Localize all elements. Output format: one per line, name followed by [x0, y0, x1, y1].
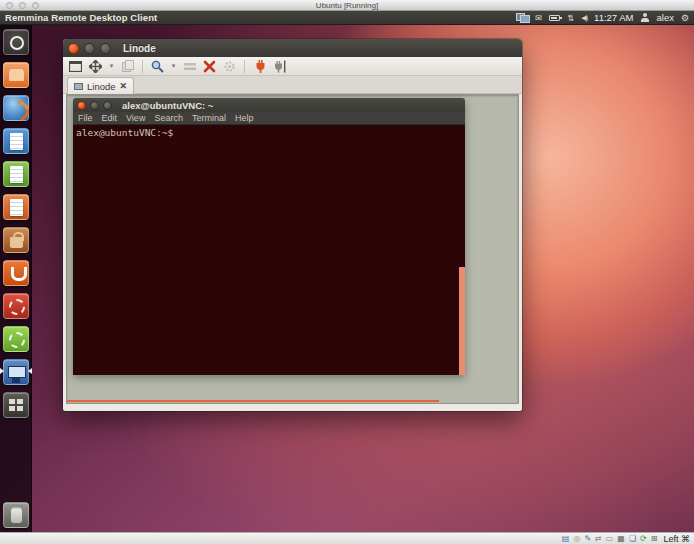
package-manager-icon[interactable]: [3, 326, 29, 352]
remmina-close-button[interactable]: [68, 43, 79, 54]
firefox-icon[interactable]: [3, 95, 29, 121]
terminal-maximize-button[interactable]: [103, 101, 112, 110]
hdd-icon[interactable]: ▤: [562, 534, 570, 544]
connection-screen-icon: [74, 83, 83, 90]
fullscreen-icon[interactable]: [68, 59, 83, 73]
ubuntu-dash-icon[interactable]: [3, 29, 29, 55]
tab-linode[interactable]: Linode ✕: [67, 77, 134, 94]
shell-prompt: alex@ubuntuVNC:~$: [76, 127, 173, 138]
terminal-titlebar[interactable]: alex@ubuntuVNC: ~: [73, 98, 465, 112]
tab-label: Linode: [87, 81, 116, 92]
menu-file[interactable]: File: [78, 113, 93, 123]
focused-app-title: Remmina Remote Desktop Client: [0, 12, 157, 23]
cd-icon[interactable]: ◎: [573, 534, 580, 544]
session-gear-icon[interactable]: ⚙: [681, 13, 689, 23]
virtualbox-vm-screen: Ubuntu [Running] Remmina Remote Desktop …: [0, 0, 694, 544]
disconnect-plug-icon[interactable]: [252, 59, 267, 73]
redraw-artifact: [459, 267, 465, 375]
menu-help[interactable]: Help: [235, 113, 254, 123]
remmina-titlebar[interactable]: Linode: [63, 39, 522, 57]
remote-desktop-viewport[interactable]: alex@ubuntuVNC: ~ File Edit View Search …: [66, 94, 519, 404]
user-icon[interactable]: [640, 13, 649, 22]
system-settings-icon[interactable]: [3, 293, 29, 319]
menu-edit[interactable]: Edit: [102, 113, 118, 123]
terminal-content[interactable]: alex@ubuntuVNC:~$: [73, 125, 465, 375]
trash-icon[interactable]: [3, 502, 29, 528]
toolbar-separator: [142, 60, 143, 73]
sync-arrows-icon[interactable]: ⇅: [567, 13, 574, 23]
terminal-menubar: File Edit View Search Terminal Help: [73, 112, 465, 125]
software-center-icon[interactable]: [3, 227, 29, 253]
menu-terminal[interactable]: Terminal: [192, 113, 226, 123]
terminal-minimize-button[interactable]: [90, 101, 99, 110]
exit-plug-icon[interactable]: [272, 59, 287, 73]
tools-icon[interactable]: [222, 59, 237, 73]
unity-launcher: [0, 25, 32, 532]
zoom-icon[interactable]: [150, 59, 165, 73]
display-icon[interactable]: ▦: [617, 534, 625, 544]
workspace-switcher-icon[interactable]: [3, 392, 29, 418]
libreoffice-impress-icon[interactable]: [3, 194, 29, 220]
preferences-icon[interactable]: [202, 59, 217, 73]
toolbar-separator: [244, 60, 245, 73]
terminal-window-title: alex@ubuntuVNC: ~: [122, 100, 213, 111]
align-icon[interactable]: [182, 59, 197, 73]
libreoffice-calc-icon[interactable]: [3, 161, 29, 187]
remmina-window: Linode ▾ ▾: [63, 39, 522, 411]
username-label[interactable]: alex: [656, 12, 673, 23]
mail-icon[interactable]: ✉: [535, 13, 542, 23]
tab-close-icon[interactable]: ✕: [120, 81, 128, 91]
ubuntu-one-icon[interactable]: [3, 260, 29, 286]
battery-icon[interactable]: [549, 15, 560, 21]
terminal-close-button[interactable]: [77, 101, 86, 110]
home-folder-icon[interactable]: [3, 62, 29, 88]
libreoffice-writer-icon[interactable]: [3, 128, 29, 154]
remmina-tab-bar: Linode ✕: [63, 76, 522, 94]
remmina-toolbar: ▾ ▾: [63, 57, 522, 76]
scale-icon[interactable]: [88, 59, 103, 73]
zoom-menu-caret[interactable]: ▾: [170, 59, 177, 73]
ubuntu-top-panel: Remmina Remote Desktop Client ✉ ⇅ ◀) 11:…: [0, 11, 694, 25]
clock[interactable]: 11:27 AM: [594, 12, 633, 23]
shared-folder-icon[interactable]: ▭: [606, 534, 614, 544]
network-icon[interactable]: ⇄: [595, 534, 602, 544]
features-icon[interactable]: ⟳: [640, 534, 647, 544]
remote-screens-icon[interactable]: [516, 13, 528, 22]
remmina-maximize-button[interactable]: [100, 43, 111, 54]
host-window-title: Ubuntu [Running]: [0, 1, 694, 10]
menu-view[interactable]: View: [126, 113, 145, 123]
grab-keyboard-icon[interactable]: [120, 59, 135, 73]
running-indicator-arrow: [0, 368, 4, 374]
remote-terminal-window: alex@ubuntuVNC: ~ File Edit View Search …: [73, 98, 465, 375]
remmina-minimize-button[interactable]: [84, 43, 95, 54]
virtualbox-statusbar: ▤ ◎ ✎ ⇄ ▭ ▦ ❏ ⟳ ⊞ Left ⌘: [0, 532, 694, 544]
remmina-window-title: Linode: [123, 43, 156, 54]
remmina-launcher-icon[interactable]: [3, 359, 29, 385]
host-key-label: Left ⌘: [663, 534, 690, 544]
menu-search[interactable]: Search: [154, 113, 183, 123]
viewport-artifact-line: [67, 400, 439, 402]
volume-icon[interactable]: ◀): [581, 13, 587, 23]
host-window-titlebar: Ubuntu [Running]: [0, 0, 694, 11]
virtual-screen-icon[interactable]: ❏: [629, 534, 636, 544]
focused-indicator-arrow: [28, 368, 32, 374]
usb-icon[interactable]: ✎: [584, 534, 591, 544]
mouse-integration-icon[interactable]: ⊞: [651, 534, 658, 544]
scale-menu-caret[interactable]: ▾: [108, 59, 115, 73]
